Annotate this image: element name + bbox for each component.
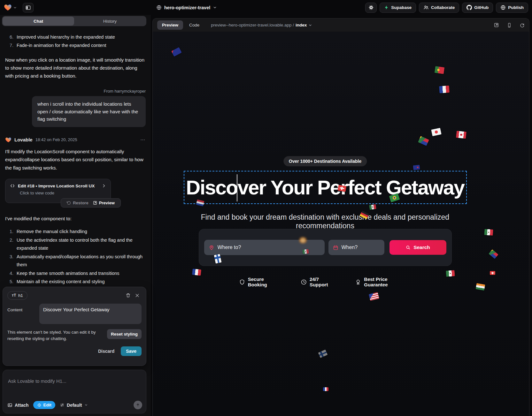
supabase-bolt-icon <box>384 5 389 10</box>
list-item: 4. Keep the same smooth animations and t… <box>8 269 146 278</box>
tab-chat[interactable]: Chat <box>3 17 74 26</box>
clock-icon <box>301 279 307 285</box>
tab-history[interactable]: History <box>74 17 146 26</box>
chevron-down-icon <box>84 403 88 407</box>
tab-code[interactable]: Code <box>189 23 199 27</box>
github-icon <box>466 5 472 10</box>
hero-title[interactable]: Discover Your Perfect Getaway <box>186 176 464 199</box>
attach-button[interactable]: Attach <box>7 403 29 408</box>
gear-icon <box>368 5 374 10</box>
chat-composer: Attach Edit Default <box>3 370 146 413</box>
open-in-new-tab-button[interactable] <box>494 22 499 28</box>
delete-element-button[interactable] <box>124 291 133 300</box>
preview-button[interactable]: Preview <box>93 200 115 205</box>
selected-element-outline[interactable]: Discover Your Perfect Getaway <box>184 171 467 204</box>
publish-button[interactable]: Publish <box>496 3 528 13</box>
preview-url[interactable]: preview--hero-optimizer-travel.lovable.a… <box>211 23 312 27</box>
search-icon <box>405 245 411 250</box>
search-card: Search <box>199 229 452 266</box>
message-menu-button[interactable]: ⋯ <box>140 137 146 143</box>
url-page: index <box>296 23 307 27</box>
image-icon <box>7 403 12 408</box>
flag-mexico-icon <box>369 204 376 210</box>
flag-canada-icon <box>456 131 466 139</box>
assistant-modified-list: 1. Remove the manual click handling 2. U… <box>8 228 146 286</box>
flag-france-icon <box>323 387 328 391</box>
close-inspector-button[interactable] <box>133 291 142 300</box>
when-input[interactable] <box>342 245 380 250</box>
content-textarea[interactable]: Discover Your Perfect Getaway <box>39 304 142 324</box>
flag-mexico-icon <box>446 270 455 277</box>
assistant-list-top: 6. Improved visual hierarchy in the expa… <box>8 33 146 49</box>
map-pin-icon <box>209 245 214 250</box>
flag-france-icon <box>192 269 201 276</box>
restore-preview-bar: Restore Preview <box>61 198 121 208</box>
flag-mexico-icon <box>484 229 493 236</box>
edit-mode-button[interactable]: Edit <box>33 401 56 409</box>
default-mode-button[interactable]: Default <box>60 403 88 408</box>
shield-icon <box>239 279 245 285</box>
content-label: Content <box>7 304 36 324</box>
flag-mexico-icon <box>302 249 309 254</box>
feature-list: Secure Booking 24/7 Support Best Price G… <box>239 276 412 287</box>
project-switcher[interactable]: hero-optimizer-travel <box>156 0 217 15</box>
supabase-button[interactable]: Supabase <box>380 3 416 13</box>
chevron-right-icon <box>102 184 106 188</box>
tab-preview[interactable]: Preview <box>157 20 183 30</box>
text-icon: ᴛT <box>12 293 16 298</box>
external-link-icon <box>93 201 97 205</box>
code-brackets-icon <box>10 183 15 188</box>
reset-styling-button[interactable]: Reset styling <box>107 329 142 339</box>
chevron-down-icon <box>308 23 312 27</box>
list-item: 2. Use the activeIndex state to control … <box>8 236 146 253</box>
when-field[interactable] <box>328 240 384 255</box>
flag-glow-icon <box>299 237 307 243</box>
list-item: 3. Automatically expand/collapse locatio… <box>8 253 146 269</box>
search-button[interactable]: Search <box>389 240 446 255</box>
globe-icon <box>156 5 162 10</box>
mobile-view-button[interactable] <box>507 23 512 28</box>
edit-card-title: Edit #18 • Improve Location Scroll UX <box>18 184 95 188</box>
feature-best-price: Best Price Guarantee <box>355 276 411 287</box>
refresh-button[interactable] <box>520 23 525 28</box>
lovable-heart-icon <box>4 4 12 11</box>
assistant-intro: I've modified the component to: <box>5 216 146 221</box>
chevron-down-icon <box>213 5 217 10</box>
lovable-heart-icon <box>5 137 12 143</box>
panel-left-icon <box>25 5 31 11</box>
preview-panel: Preview Code preview--hero-optimizer-tra… <box>152 18 529 416</box>
settings-button[interactable] <box>365 3 377 13</box>
list-item: 5. Maintain all the existing content and… <box>8 278 146 286</box>
list-item: 7. Fade-in animation for the expanded co… <box>8 41 146 49</box>
list-item: 6. Improved visual hierarchy in the expa… <box>8 33 146 41</box>
element-tag: h1 <box>18 293 23 298</box>
message-timestamp: 18:42 on Feb 20, 2025 <box>35 137 77 142</box>
github-button[interactable]: GitHub <box>462 3 493 13</box>
collaborate-button[interactable]: Collaborate <box>419 3 459 13</box>
globe-icon <box>500 5 506 10</box>
feature-secure-booking: Secure Booking <box>239 276 283 287</box>
assistant-paragraph: Now when you click on a location image, … <box>5 56 146 80</box>
assistant-message-header: Lovable 18:42 on Feb 20, 2025 ⋯ <box>5 137 146 143</box>
url-prefix: preview--hero-optimizer-travel.lovable.a… <box>211 23 294 27</box>
style-note: This element can't be styled. You can ed… <box>7 329 103 342</box>
assistant-name: Lovable <box>14 137 33 142</box>
send-button[interactable] <box>134 401 142 409</box>
restore-button[interactable]: Restore <box>67 200 88 205</box>
element-tag-badge: ᴛT h1 <box>7 291 27 300</box>
preview-viewport[interactable]: Over 1000+ Destinations Available Discov… <box>153 32 529 416</box>
edit-card-subtitle: Click to view code <box>20 191 106 195</box>
save-button[interactable]: Save <box>121 346 142 356</box>
composer-input[interactable] <box>8 374 139 387</box>
app-header: hero-optimizer-travel Supabase <box>0 0 532 15</box>
list-item: 1. Remove the manual click handling <box>8 228 146 236</box>
feature-support: 24/7 Support <box>301 276 338 287</box>
sidebar-tabs: Chat History <box>2 16 146 26</box>
award-icon <box>355 279 361 285</box>
preview-toolbar: Preview Code preview--hero-optimizer-tra… <box>153 19 529 32</box>
discard-button[interactable]: Discard <box>96 346 116 356</box>
destinations-badge: Over 1000+ Destinations Available <box>283 156 367 166</box>
lovable-logo-menu[interactable] <box>4 4 17 11</box>
hero-subtitle: Find and book your dream destination wit… <box>181 213 469 230</box>
sidebar-toggle-button[interactable] <box>23 3 34 12</box>
